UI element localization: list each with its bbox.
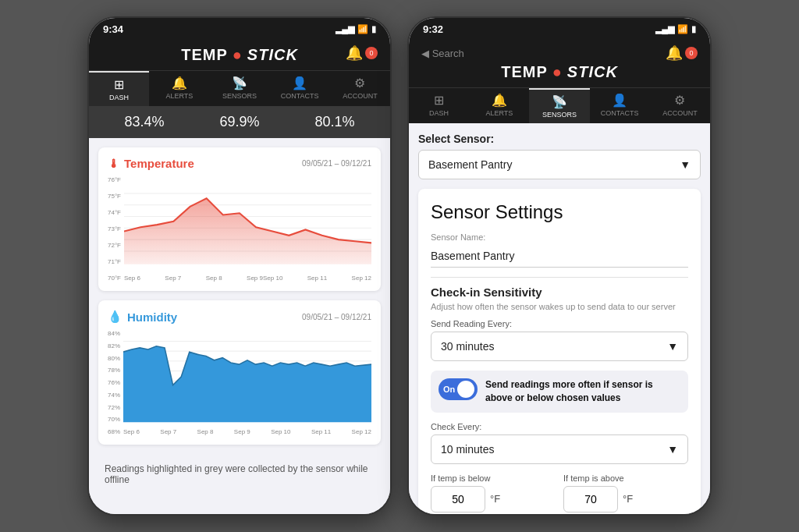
back-button[interactable]: ◀ Search [421, 48, 464, 59]
tab-contacts-1[interactable]: 👤 CONTACTS [270, 71, 330, 106]
sensor-name-input[interactable] [431, 245, 688, 268]
temp-chart-svg [124, 176, 371, 270]
tab-account-label-2: ACCOUNT [662, 109, 698, 117]
tab-dash-label-2: DASH [429, 109, 449, 117]
stat-1: 83.4% [124, 114, 164, 130]
stat-3: 80.1% [314, 114, 354, 130]
app-header-1: TEMP●STICK 🔔 0 [89, 40, 390, 70]
wifi-icon-2: 📶 [677, 24, 688, 34]
temp-above-field: If temp is above °F [563, 473, 688, 512]
alerts-icon-2: 🔔 [492, 93, 507, 108]
tab-dash-2[interactable]: ⊞ DASH [409, 88, 469, 123]
toggle-on-label: On [443, 385, 455, 394]
status-bar-2: 9:32 ▂▄▆ 📶 ▮ [409, 18, 710, 40]
checkin-title: Check-in Sensitivity [431, 286, 688, 299]
dash-icon-2: ⊞ [434, 93, 444, 108]
title-stick: STICK [247, 46, 298, 64]
tab-dash-1[interactable]: ⊞ DASH [89, 71, 149, 106]
status-bar-1: 9:34 ▂▄▆ 📶 ▮ [89, 18, 390, 40]
temp-chart-date: 09/05/21 – 09/12/21 [302, 159, 371, 168]
humidity-y-labels: 84% 82% 80% 78% 76% 74% 72% 70% 68% [108, 330, 120, 435]
bell-icon-1[interactable]: 🔔 [346, 44, 363, 62]
tab-contacts-2[interactable]: 👤 CONTACTS [590, 88, 650, 123]
sensor-settings-card: Sensor Settings Sensor Name: Check-in Se… [418, 189, 701, 514]
app-title-2: TEMP●STICK [421, 63, 698, 87]
sensors-icon-2: 📡 [552, 94, 567, 109]
tab-sensors-label-2: SENSORS [542, 111, 577, 119]
app-title-1: TEMP●STICK [101, 46, 378, 70]
nav-tabs-2: ⊞ DASH 🔔 ALERTS 📡 SENSORS 👤 CONTACTS ⚙ A… [409, 87, 710, 123]
select-sensor-section: Select Sensor: Basement Pantry ▼ [409, 133, 710, 179]
check-every-label: Check Every: [431, 422, 688, 431]
tab-account-1[interactable]: ⚙ ACCOUNT [330, 71, 390, 106]
notification-badge-1: 0 [365, 47, 378, 59]
dropdown-arrow-icon: ▼ [680, 158, 691, 171]
humidity-chart-date: 09/05/21 – 09/12/21 [302, 313, 371, 321]
droplet-icon: 💧 [108, 310, 123, 324]
header-right-1: 🔔 0 [346, 44, 378, 62]
thermometer-icon: 🌡 [108, 157, 119, 170]
signal-icon-2: ▂▄▆ [655, 24, 674, 34]
alerts-icon-1: 🔔 [172, 76, 187, 90]
title-stick-2: STICK [567, 63, 618, 81]
temp-below-unit: °F [490, 493, 500, 505]
temp-chart-card: 🌡 Temperature 09/05/21 – 09/12/21 76°F 7… [98, 147, 381, 291]
sensors-icon-1: 📡 [232, 76, 247, 90]
temp-thresholds: If temp is below °F If temp is above °F [431, 473, 688, 512]
check-every-dropdown[interactable]: 10 minutes ▼ [431, 434, 688, 464]
sensor-name-label: Sensor Name: [431, 232, 688, 242]
temp-chart-header: 🌡 Temperature 09/05/21 – 09/12/21 [108, 157, 371, 170]
title-temp-2: TEMP [501, 63, 548, 81]
tab-dash-label-1: DASH [109, 94, 129, 101]
humidity-x-labels: Sep 6 Sep 7 Sep 8 Sep 9 Sep 10 Sep 11 Se… [123, 428, 371, 435]
check-every-arrow-icon: ▼ [667, 443, 678, 456]
check-every-value: 10 minutes [441, 443, 494, 456]
time-2: 9:32 [423, 23, 443, 35]
app-header-2: ◀ Search TEMP●STICK 🔔 0 [409, 40, 710, 87]
checkin-desc: Adjust how often the sensor wakes up to … [431, 302, 688, 311]
humidity-chart-svg [123, 330, 371, 424]
phone-settings: 9:32 ▂▄▆ 📶 ▮ ◀ Search TEMP●STICK 🔔 0 ⊞ [407, 16, 712, 516]
temp-above-input-row: °F [563, 486, 688, 512]
nav-tabs-1: ⊞ DASH 🔔 ALERTS 📡 SENSORS 👤 CONTACTS ⚙ A… [89, 70, 390, 106]
stat-2: 69.9% [219, 114, 259, 130]
temp-below-field: If temp is below °F [431, 473, 556, 512]
select-sensor-label: Select Sensor: [418, 133, 701, 145]
temp-below-input[interactable] [431, 486, 485, 512]
phone2-content: Select Sensor: Basement Pantry ▼ Sensor … [409, 123, 710, 514]
send-reading-arrow-icon: ▼ [667, 340, 678, 353]
battery-icon-2: ▮ [691, 24, 696, 34]
tab-alerts-2[interactable]: 🔔 ALERTS [469, 88, 529, 123]
send-reading-value: 30 minutes [441, 340, 494, 353]
contacts-icon-2: 👤 [612, 93, 627, 108]
tab-sensors-label-1: SENSORS [222, 92, 257, 100]
humidity-svg-container: Sep 6 Sep 7 Sep 8 Sep 9 Sep 10 Sep 11 Se… [123, 330, 371, 435]
temp-below-input-row: °F [431, 486, 556, 512]
account-icon-1: ⚙ [354, 76, 365, 90]
tab-alerts-1[interactable]: 🔔 ALERTS [149, 71, 209, 106]
sensor-dropdown[interactable]: Basement Pantry ▼ [418, 150, 701, 179]
tab-account-label-1: ACCOUNT [343, 92, 378, 100]
settings-title: Sensor Settings [431, 201, 688, 223]
temp-svg-container: Sep 6 Sep 7 Sep 8 Sep 9Sep 10 Sep 11 Sep… [124, 176, 371, 282]
header-right-2: 🔔 0 [666, 44, 698, 62]
signal-icon: ▂▄▆ [336, 24, 354, 34]
tab-contacts-label-2: CONTACTS [601, 109, 639, 117]
send-reading-dropdown[interactable]: 30 minutes ▼ [431, 332, 688, 361]
dash-icon-1: ⊞ [114, 77, 124, 92]
temp-above-input[interactable] [563, 486, 618, 512]
toggle-description: Send readings more often if sensor is ab… [485, 378, 680, 405]
bell-icon-2[interactable]: 🔔 [666, 44, 683, 62]
wifi-icon: 📶 [357, 24, 368, 34]
tab-sensors-2[interactable]: 📡 SENSORS [529, 88, 589, 123]
toggle-row: On Send readings more often if sensor is… [431, 371, 688, 413]
humidity-chart-area: 84% 82% 80% 78% 76% 74% 72% 70% 68% [108, 330, 371, 435]
tab-sensors-1[interactable]: 📡 SENSORS [209, 71, 269, 106]
notification-badge-2: 0 [685, 47, 698, 59]
humidity-chart-title: 💧 Humidity [108, 310, 177, 324]
tab-alerts-label-2: ALERTS [485, 109, 513, 117]
status-icons-2: ▂▄▆ 📶 ▮ [655, 24, 696, 34]
temp-below-label: If temp is below [431, 473, 556, 483]
send-readings-toggle[interactable]: On [439, 378, 478, 400]
tab-account-2[interactable]: ⚙ ACCOUNT [650, 88, 710, 123]
